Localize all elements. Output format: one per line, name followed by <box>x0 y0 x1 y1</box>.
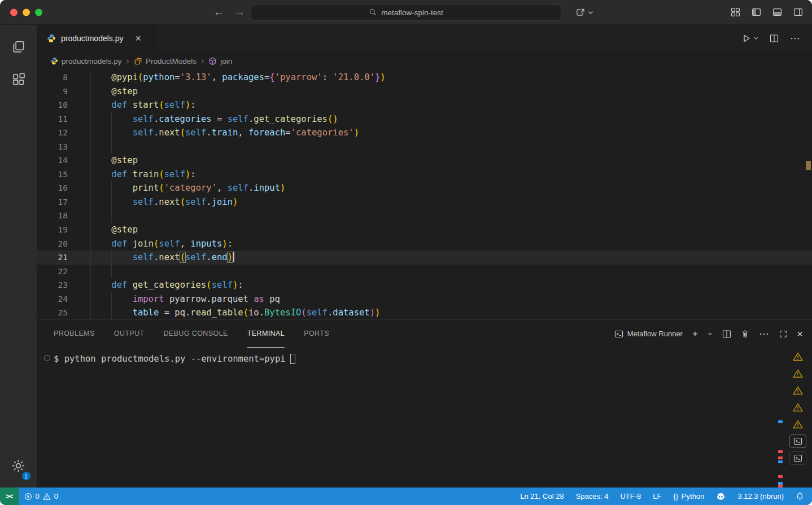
command-decoration-icon[interactable] <box>44 355 50 361</box>
code-token: ( <box>180 252 185 262</box>
code-token: @step <box>111 86 138 96</box>
python-interpreter[interactable]: 3.12.3 (nbrun) <box>737 492 784 500</box>
customize-layout-icon[interactable] <box>731 7 740 17</box>
code-line[interactable]: 17self.next(self.join) <box>37 195 812 209</box>
code-line[interactable]: 22 <box>37 265 812 279</box>
code-line[interactable]: 23def get_categories(self): <box>37 278 812 292</box>
new-window-icon[interactable] <box>576 8 585 17</box>
tab-close-icon[interactable]: × <box>136 33 142 43</box>
explorer-icon[interactable] <box>5 34 32 60</box>
toggle-secondary-sidebar-icon[interactable] <box>793 7 803 17</box>
indent-guide <box>111 292 132 306</box>
terminal-session[interactable]: Metaflow Runner <box>614 330 683 339</box>
indent-guide <box>90 153 111 168</box>
code-line[interactable]: 19@step <box>37 223 812 237</box>
split-editor-icon[interactable] <box>770 34 779 43</box>
code-line[interactable]: 12self.next(self.train, foreach='categor… <box>37 126 812 140</box>
panel-tab-output[interactable]: OUTPUT <box>114 320 145 348</box>
line-number: 9 <box>37 85 68 99</box>
toggle-sidebar-icon[interactable] <box>752 7 761 17</box>
editor-actions: ⋯ <box>742 25 812 51</box>
language-mode[interactable]: {} Python <box>673 492 704 500</box>
indentation[interactable]: Spaces: 4 <box>576 492 609 500</box>
panel-tab-problems[interactable]: PROBLEMS <box>54 320 95 348</box>
cursor-position[interactable]: Ln 21, Col 28 <box>520 492 564 500</box>
breadcrumb-file[interactable]: productmodels.py <box>50 57 122 65</box>
code-line[interactable]: 15def train(self): <box>37 168 812 182</box>
problems-summary[interactable]: 0 0 <box>24 492 58 500</box>
remote-indicator[interactable]: >< <box>0 488 19 505</box>
command-center-search[interactable]: metaflow-spin-test <box>251 4 561 20</box>
indent-guide <box>90 98 111 112</box>
code-token: ( <box>328 114 333 124</box>
panel-tab-ports[interactable]: PORTS <box>304 320 329 348</box>
code-line[interactable]: 20def join(self, inputs): <box>37 237 812 251</box>
terminal-warning-tab[interactable] <box>789 367 806 380</box>
run-dropdown-chevron-icon[interactable] <box>753 36 758 40</box>
terminal-warning-tab[interactable] <box>789 350 806 363</box>
code-token: import <box>133 294 169 304</box>
editor-tab[interactable]: productmodels.py × <box>37 25 156 51</box>
terminal-warning-tab[interactable] <box>789 418 806 431</box>
bottom-panel: PROBLEMSOUTPUTDEBUG CONSOLETERMINALPORTS… <box>37 319 812 488</box>
run-python-icon[interactable] <box>742 34 751 43</box>
code-token: dataset <box>333 308 369 318</box>
panel-tab-debug-console[interactable]: DEBUG CONSOLE <box>163 320 228 348</box>
breadcrumb-symbol[interactable]: join <box>208 57 232 65</box>
settings-gear-icon[interactable]: 1 <box>5 453 32 478</box>
overview-ruler-mark <box>778 485 783 488</box>
code-line[interactable]: 14@step <box>37 153 812 168</box>
more-actions-icon[interactable]: ⋯ <box>790 32 801 45</box>
forward-icon[interactable]: → <box>234 6 245 19</box>
code-token: next <box>159 197 180 207</box>
indent-guide <box>90 306 111 319</box>
maximize-panel-icon[interactable] <box>779 330 787 338</box>
indent-guide <box>111 251 132 265</box>
kill-terminal-icon[interactable] <box>741 330 749 338</box>
editor-scrollbar[interactable] <box>804 71 812 319</box>
new-terminal-icon[interactable]: + <box>692 328 698 340</box>
terminal-dropdown-chevron-icon[interactable] <box>708 332 713 336</box>
breadcrumb-class[interactable]: ProductModels <box>134 57 197 65</box>
code-line[interactable]: 16print('category', self.input) <box>37 181 812 195</box>
code-line[interactable]: 18 <box>37 209 812 223</box>
toggle-panel-icon[interactable] <box>772 7 782 17</box>
panel-more-actions-icon[interactable]: ⋯ <box>759 328 770 340</box>
tab-label: productmodels.py <box>61 34 124 43</box>
code-line[interactable]: 8@pypi(python='3.13', packages={'pyarrow… <box>37 71 812 85</box>
terminal-warning-tab[interactable] <box>789 401 806 414</box>
history-nav: ← → <box>213 0 245 24</box>
code-line[interactable]: 24import pyarrow.parquet as pq <box>37 292 812 306</box>
minimize-window-button[interactable] <box>23 8 30 16</box>
close-window-button[interactable] <box>10 8 18 16</box>
panel-tab-terminal[interactable]: TERMINAL <box>247 320 285 348</box>
code-token: foreach <box>248 128 285 138</box>
copilot-icon[interactable] <box>716 491 726 501</box>
status-bar: >< 0 0 Ln 21, Col 28 <box>0 488 812 505</box>
bell-icon[interactable] <box>796 492 804 500</box>
code-editor[interactable]: 8@pypi(python='3.13', packages={'pyarrow… <box>37 71 812 319</box>
eol-sequence[interactable]: LF <box>653 492 661 500</box>
back-icon[interactable]: ← <box>213 6 224 19</box>
code-line[interactable]: 13 <box>37 140 812 154</box>
code-line[interactable]: 10def start(self): <box>37 98 812 112</box>
terminal-tab[interactable] <box>789 434 806 448</box>
encoding[interactable]: UTF-8 <box>620 492 641 500</box>
code-line[interactable]: 21self.next(self.end) <box>37 251 812 265</box>
code-line[interactable]: 11self.categories = self.get_categories(… <box>37 112 812 126</box>
terminal-warning-tab[interactable] <box>789 384 806 397</box>
python-file-icon <box>50 57 58 65</box>
code-token: self <box>159 239 180 249</box>
chevron-down-icon[interactable] <box>588 10 593 15</box>
new-window-group <box>576 0 593 24</box>
terminal-tab[interactable] <box>789 451 806 465</box>
close-panel-icon[interactable]: × <box>797 328 803 339</box>
code-line[interactable]: 9@step <box>37 85 812 99</box>
split-terminal-icon[interactable] <box>722 330 731 339</box>
line-number: 11 <box>37 112 68 126</box>
code-token: '3.13' <box>180 72 212 82</box>
code-line[interactable]: 25table = pq.read_table(io.BytesIO(self.… <box>37 306 812 319</box>
extensions-icon[interactable] <box>5 67 32 93</box>
terminal[interactable]: $ python productmodels.py --environment=… <box>37 348 812 488</box>
zoom-window-button[interactable] <box>35 8 42 16</box>
